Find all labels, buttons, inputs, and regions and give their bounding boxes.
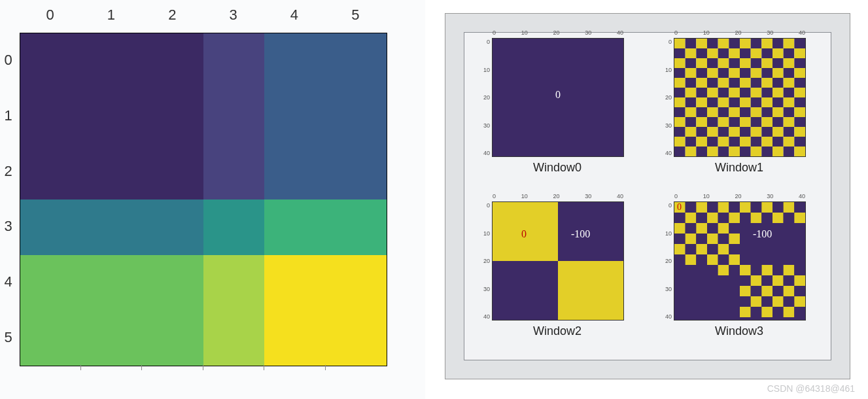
x-tick: 3 [203,7,264,26]
window2-annotation-0: 0 [521,228,527,240]
svg-rect-69 [773,88,784,97]
mini-y-ticks: 010203040 [481,39,490,156]
svg-rect-210 [751,286,762,296]
svg-rect-23 [794,48,805,58]
svg-rect-151 [696,202,707,213]
svg-rect-49 [686,78,697,88]
svg-rect-92 [761,107,773,117]
svg-rect-114 [740,127,751,137]
y-tick: 5 [0,309,16,365]
svg-rect-190 [729,244,740,254]
heatmap-cell [203,255,264,311]
heatmap-cell [143,255,203,311]
svg-rect-140 [761,147,773,156]
svg-rect-185 [674,244,686,254]
heatmap-cell [143,89,203,145]
svg-rect-123 [707,137,718,147]
svg-rect-45 [773,68,784,78]
svg-rect-214 [794,286,805,296]
svg-rect-176 [707,223,718,234]
svg-rect-39 [707,68,718,78]
heatmap-cell [20,310,81,366]
svg-rect-87 [707,107,718,117]
svg-rect-0 [674,39,686,48]
svg-rect-86 [696,107,707,117]
svg-rect-164 [707,213,718,223]
heatmap-cell [81,33,142,89]
svg-rect-131 [794,137,805,147]
svg-rect-134 [696,147,707,156]
svg-rect-145 [558,202,623,261]
svg-rect-181 [696,234,707,244]
svg-rect-52 [718,78,729,88]
svg-rect-192 [686,254,697,265]
svg-rect-212 [773,286,784,296]
window3-plot: 010203040 010203040 0 -100 [674,201,806,321]
svg-rect-66 [740,88,751,97]
x-tick: 5 [325,7,386,26]
svg-rect-133 [686,147,697,156]
svg-rect-196 [729,254,740,265]
heatmap-cell [20,89,81,145]
svg-rect-189 [718,244,729,254]
svg-rect-4 [718,39,729,48]
svg-rect-105 [773,117,784,127]
svg-rect-136 [718,147,729,156]
svg-rect-128 [761,137,773,147]
svg-rect-96 [674,117,686,127]
svg-rect-13 [686,48,697,58]
window1-subplot: 010203040 010203040 Window1 [654,38,824,175]
svg-rect-165 [718,213,729,223]
svg-rect-124 [718,137,729,147]
svg-rect-104 [761,117,773,127]
svg-rect-184 [729,234,740,244]
svg-rect-41 [729,68,740,78]
window0-title: Window0 [472,161,642,175]
window3-annotation-1: -100 [753,228,772,240]
svg-rect-74 [696,97,707,107]
svg-rect-78 [740,97,751,107]
svg-rect-31 [751,58,762,68]
svg-rect-135 [707,147,718,156]
window1-title: Window1 [654,161,824,175]
heatmap-cell [143,144,203,200]
svg-rect-38 [696,68,707,78]
svg-rect-171 [784,213,795,223]
svg-rect-200 [773,265,784,275]
svg-rect-11 [794,39,805,48]
window2-plot: 010203040 010203040 0 -100 [492,201,624,321]
svg-rect-191 [674,254,686,265]
mini-x-ticks: 010203040 [493,193,623,200]
svg-rect-106 [784,117,795,127]
svg-rect-62 [696,88,707,97]
svg-rect-186 [686,244,697,254]
svg-rect-30 [740,58,751,68]
svg-rect-159 [784,202,795,213]
svg-rect-201 [784,265,795,275]
svg-rect-173 [674,223,686,234]
window3-annotation-0: 0 [677,202,682,213]
svg-rect-34 [784,58,795,68]
svg-rect-141 [773,147,784,156]
svg-rect-15 [707,48,718,58]
svg-rect-85 [686,107,697,117]
svg-rect-215 [740,296,751,307]
heatmap-cell [264,89,325,145]
svg-rect-70 [784,88,795,97]
svg-rect-100 [718,117,729,127]
x-tick: 2 [142,7,203,26]
svg-rect-137 [729,147,740,156]
heatmap-cell [143,33,203,89]
svg-rect-103 [751,117,762,127]
svg-rect-64 [718,88,729,97]
svg-rect-9 [773,39,784,48]
svg-rect-110 [696,127,707,137]
svg-rect-129 [773,137,784,147]
heatmap-cell [143,200,203,255]
svg-rect-118 [784,127,795,137]
svg-rect-150 [686,202,697,213]
heatmap-cell [326,200,387,255]
svg-rect-76 [718,97,729,107]
svg-rect-37 [686,68,697,78]
svg-rect-147 [558,261,623,320]
